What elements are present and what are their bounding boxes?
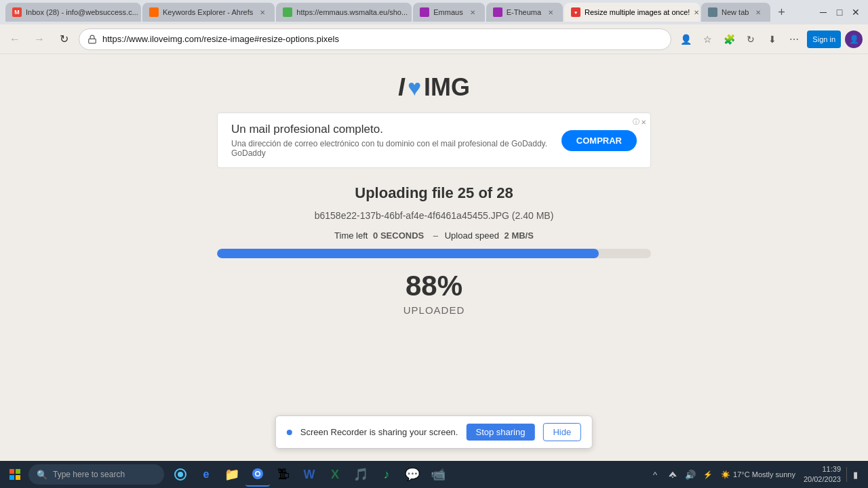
tab-ahrefs-label: Keywords Explorer - Ahrefs: [163, 8, 253, 16]
svg-rect-1: [9, 469, 14, 474]
tab-etheuma1[interactable]: Emmaus ✕: [413, 3, 484, 22]
emmaus-favicon: [283, 7, 292, 17]
nav-bar: ← → ↻ https://www.iloveimg.com/resize-im…: [0, 24, 868, 54]
time-left-value: 0 SECONDS: [373, 230, 424, 241]
tab-newtab-label: New tab: [722, 8, 749, 16]
taskbar-icon-edge[interactable]: e: [194, 462, 218, 487]
taskbar-icon-spotify[interactable]: ♪: [374, 462, 399, 487]
signin-button[interactable]: Sign in: [807, 30, 841, 48]
tab-ahrefs-close[interactable]: ✕: [257, 7, 268, 18]
taskbar-icon-explorer[interactable]: 📁: [220, 462, 244, 487]
tray-weather[interactable]: ☀️ 17°C Mostly sunny: [718, 470, 798, 479]
url-text: https://www.iloveimg.com/resize-image#re…: [102, 34, 663, 44]
tray-datetime[interactable]: 11:39 20/02/2023: [801, 464, 844, 485]
ad-info-icon[interactable]: ⓘ: [633, 117, 639, 127]
tray-time-text: 11:39: [804, 464, 841, 474]
tray-battery-icon[interactable]: ⚡: [701, 467, 715, 482]
forward-button[interactable]: →: [30, 30, 49, 49]
tab-iloveimg-close[interactable]: ✕: [694, 7, 699, 18]
tray-volume-icon[interactable]: 🔊: [683, 467, 698, 482]
window-controls: ─ □ ✕: [816, 5, 863, 19]
tray-show-desktop[interactable]: ▮: [846, 467, 861, 482]
chrome-icon: [252, 468, 264, 480]
screen-recorder-bar: Screen Recorder is sharing your screen. …: [275, 415, 593, 449]
tab-gmail-label: Inbox (28) - info@websuccess.c...: [26, 8, 138, 16]
ad-title: Un mail profesional completo.: [231, 123, 561, 136]
ad-content: Un mail profesional completo. Una direcc…: [231, 123, 561, 158]
profile-icon[interactable]: 👤: [677, 30, 694, 48]
svg-point-6: [178, 472, 183, 477]
tab-ahrefs[interactable]: Keywords Explorer - Ahrefs ✕: [142, 3, 275, 22]
network-icon: [668, 470, 677, 479]
ad-close-icon[interactable]: ✕: [641, 119, 646, 126]
back-button[interactable]: ←: [5, 30, 24, 49]
tab-newtab-close[interactable]: ✕: [753, 7, 764, 18]
address-bar[interactable]: https://www.iloveimg.com/resize-image#re…: [79, 28, 671, 50]
recorder-message: Screen Recorder is sharing your screen.: [300, 427, 458, 437]
tray-expand-icon[interactable]: ^: [648, 467, 663, 482]
logo-i: I: [398, 73, 405, 102]
tray-network-icon[interactable]: [665, 467, 680, 482]
svg-rect-3: [9, 475, 14, 480]
ahrefs-favicon: [149, 7, 159, 17]
taskbar: 🔍 Type here to search e 📁: [0, 461, 868, 488]
tab-etheuma2[interactable]: E-Theuma ✕: [486, 3, 563, 22]
download-icon[interactable]: ⬇: [764, 30, 781, 48]
minimize-button[interactable]: ─: [816, 5, 830, 19]
lock-icon: [87, 35, 97, 44]
tab-emmaus-label: https://emmaus.wsmalta.eu/sho...: [296, 8, 408, 16]
ad-comprar-button[interactable]: COMPRAR: [561, 130, 637, 151]
iloveimg-favicon: ♥: [571, 7, 580, 17]
upload-filename: b6158e22-137b-46bf-af4e-4f6461a45455.JPG…: [217, 210, 651, 221]
taskbar-icon-winzip[interactable]: 🗜: [271, 462, 296, 487]
weather-text: 17°C Mostly sunny: [733, 470, 795, 479]
tab-etheuma1-close[interactable]: ✕: [467, 7, 478, 18]
etheuma1-favicon: [420, 7, 429, 17]
taskbar-icon-misc3[interactable]: 📹: [426, 462, 450, 487]
gmail-favicon: M: [12, 7, 22, 17]
taskbar-icon-misc1[interactable]: 🎵: [349, 462, 373, 487]
dash-separator: –: [433, 230, 441, 241]
ad-banner: ⓘ ✕ Un mail profesional completo. Una di…: [217, 113, 651, 168]
cortana-icon: [174, 468, 186, 481]
tray-date-text: 20/02/2023: [804, 474, 841, 485]
tab-gmail[interactable]: M Inbox (28) - info@websuccess.c... ✕: [5, 3, 141, 22]
hide-button[interactable]: Hide: [542, 423, 581, 441]
taskbar-tray: ^ 🔊 ⚡ ☀️ 17°C Mostly sunny 11:39 20/02/2…: [648, 464, 865, 485]
maximize-button[interactable]: □: [833, 5, 846, 19]
close-button[interactable]: ✕: [849, 5, 863, 19]
svg-rect-4: [16, 475, 20, 480]
tab-newtab[interactable]: New tab ✕: [701, 3, 770, 22]
ad-subtitle: Una dirección de correo electrónico con …: [231, 139, 561, 158]
taskbar-icon-excel[interactable]: X: [323, 462, 347, 487]
tab-iloveimg[interactable]: ♥ Resize multiple images at once! ✕: [564, 3, 700, 22]
stop-sharing-button[interactable]: Stop sharing: [466, 424, 534, 441]
tab-etheuma2-close[interactable]: ✕: [545, 7, 556, 18]
tab-bar: M Inbox (28) - info@websuccess.c... ✕ Ke…: [5, 3, 808, 22]
reload-button[interactable]: ↻: [54, 30, 73, 49]
start-button[interactable]: [3, 462, 27, 487]
taskbar-icon-cortana[interactable]: [168, 462, 193, 487]
title-bar: M Inbox (28) - info@websuccess.c... ✕ Ke…: [0, 0, 868, 24]
avatar-icon[interactable]: 👤: [845, 30, 863, 48]
newtab-favicon: [708, 7, 717, 17]
ad-close-area: ⓘ ✕: [633, 117, 646, 127]
settings-icon[interactable]: ⋯: [785, 30, 803, 48]
svg-rect-2: [16, 469, 20, 474]
favorites-icon[interactable]: ☆: [698, 30, 716, 48]
taskbar-icon-misc2[interactable]: 💬: [400, 462, 425, 487]
percent-display: 88%: [217, 270, 651, 302]
search-icon: 🔍: [37, 470, 47, 480]
new-tab-button[interactable]: +: [772, 3, 791, 22]
progress-bar-fill: [217, 249, 599, 258]
tab-emmaus[interactable]: https://emmaus.wsmalta.eu/sho... ✕: [276, 3, 412, 22]
refresh-icon[interactable]: ↻: [742, 30, 760, 48]
extensions-icon[interactable]: 🧩: [720, 30, 738, 48]
site-logo: I ♥ IMG: [398, 73, 470, 102]
taskbar-search[interactable]: 🔍 Type here to search: [28, 464, 164, 485]
taskbar-icon-chrome[interactable]: [245, 462, 270, 487]
taskbar-icon-word[interactable]: W: [297, 462, 321, 487]
browser-frame: M Inbox (28) - info@websuccess.c... ✕ Ke…: [0, 0, 868, 488]
windows-logo-icon: [9, 469, 20, 480]
weather-icon: ☀️: [721, 470, 730, 479]
